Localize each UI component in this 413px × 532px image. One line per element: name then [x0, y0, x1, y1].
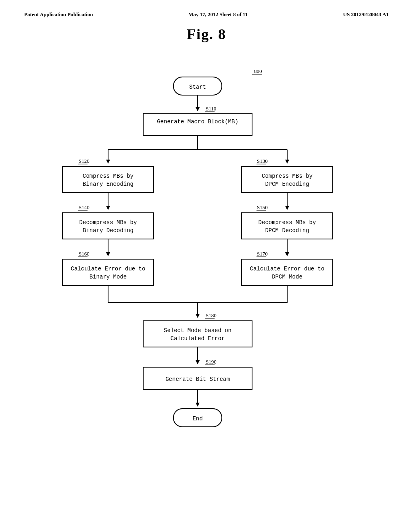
s180-text1: Select Mode based on [164, 327, 232, 334]
s160-label: S160 [79, 251, 90, 257]
s150-text2: DPCM Decoding [265, 227, 309, 234]
page-header: Patent Application Publication May 17, 2… [0, 0, 413, 18]
s160-text1: Calculate Error due to [71, 266, 146, 272]
s160-box [63, 259, 154, 285]
end-label: End [192, 416, 202, 422]
s150-text1: Decompress MBs by [259, 219, 316, 226]
s110-label: S110 [206, 106, 216, 112]
arrowhead-left [106, 160, 110, 164]
s130-text1: Compress MBs by [262, 173, 313, 179]
arrowhead-s150 [285, 206, 289, 210]
arrowhead-start-s110 [196, 107, 200, 111]
s180-label: S180 [206, 312, 217, 318]
s130-box [242, 166, 333, 193]
header-right: US 2012/0120043 A1 [343, 11, 389, 18]
s180-box [143, 321, 252, 347]
s180-text2: Calculated Error [171, 335, 225, 342]
arrowhead-end [196, 403, 200, 407]
s170-box [242, 259, 333, 285]
flowchart-diagram: 800 Start S110 Generate Macro Block(MB) … [0, 47, 413, 522]
s150-box [242, 213, 333, 239]
s140-label: S140 [79, 204, 90, 210]
arrowhead-s190 [196, 360, 200, 364]
s170-text1: Calculate Error due to [250, 266, 325, 272]
arrowhead-s170 [285, 252, 289, 256]
s160-text2: Binary Mode [90, 274, 127, 280]
arrowhead-right [285, 160, 289, 164]
s140-text1: Decompress MBs by [79, 219, 137, 226]
s150-label: S150 [257, 204, 268, 210]
s190-text: Generate Bit Stream [165, 376, 230, 382]
s120-box [63, 166, 154, 193]
s170-text2: DPCM Mode [272, 274, 302, 280]
header-left: Patent Application Publication [24, 11, 93, 18]
s140-box [63, 213, 154, 239]
arrowhead-s180 [196, 314, 200, 318]
s170-label: S170 [257, 251, 268, 257]
arrowhead-s140 [106, 206, 110, 210]
s130-label: S130 [257, 158, 268, 164]
arrowhead-s160 [106, 252, 110, 256]
s120-text1: Compress MBs by [83, 173, 133, 179]
s110-text1: Generate Macro Block(MB) [157, 118, 238, 125]
header-center: May 17, 2012 Sheet 8 of 11 [188, 11, 248, 18]
s120-text2: Binary Encoding [83, 181, 133, 187]
s130-text2: DPCM Encoding [265, 181, 309, 187]
start-label: Start [189, 84, 206, 90]
s140-text2: Binary Decoding [83, 227, 133, 234]
figure-title: Fig. 8 [0, 26, 413, 43]
s190-label: S190 [206, 359, 217, 365]
s120-label: S120 [79, 158, 90, 164]
figure-number: 800 [254, 68, 262, 74]
